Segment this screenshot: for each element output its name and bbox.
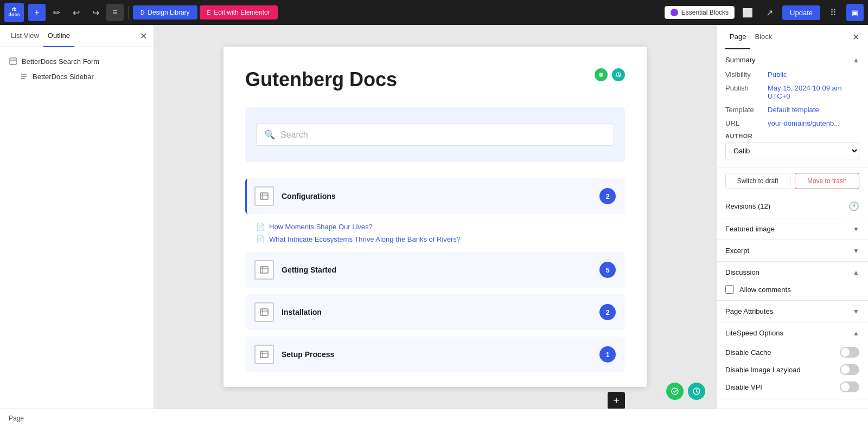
outline-item-label: BetterDocs Search Form [22, 57, 99, 66]
settings-button[interactable]: ⠿ [825, 4, 842, 21]
tab-list-view[interactable]: List View [7, 25, 43, 47]
summary-content: Visibility Public Publish May 15, 2024 1… [717, 70, 868, 167]
doc-icon-1: 📄 [256, 235, 265, 243]
page-attributes-row[interactable]: Page Attributes ▼ [717, 301, 868, 322]
sub-doc-item-1[interactable]: 📄 What Intricate Ecosystems Thrive Along… [256, 233, 625, 245]
disable-cache-toggle[interactable] [840, 347, 859, 358]
sidebar-toggle-button[interactable]: ▣ [846, 4, 864, 21]
visibility-label: Visibility [725, 70, 763, 79]
category-name-setup-process: Setup Process [282, 350, 334, 359]
right-panel-close-button[interactable]: ✕ [852, 32, 859, 42]
design-library-icon: D [141, 10, 144, 16]
floating-icon-teal[interactable] [688, 383, 705, 400]
move-trash-label: Move to trash [807, 177, 847, 185]
featured-image-label: Featured image [725, 225, 775, 233]
edit-elementor-label: Edit with Elementor [214, 9, 270, 16]
sidebar-icon: ▣ [852, 9, 858, 17]
essential-blocks-button[interactable]: Essential Blocks [665, 6, 735, 19]
allow-comments-label: Allow comments [739, 286, 791, 294]
bottom-bar-label: Page [9, 415, 24, 422]
disable-cache-label: Disable Cache [725, 348, 771, 357]
litespeed-header[interactable]: LiteSpeed Options ▲ [717, 322, 868, 344]
visibility-row: Visibility Public [725, 70, 859, 79]
undo-button[interactable]: ↩ [67, 4, 85, 21]
url-row: URL your-domains/gutenb... [725, 119, 859, 127]
plus-icon: + [34, 8, 39, 17]
add-block-button[interactable]: + [28, 4, 46, 21]
move-to-trash-button[interactable]: Move to trash [795, 173, 860, 189]
right-panel-header: Page Block ✕ [717, 25, 868, 49]
excerpt-row[interactable]: Excerpt ▼ [717, 240, 868, 262]
publish-value[interactable]: May 15, 2024 10:09 am UTC+0 [768, 84, 859, 100]
update-label: Update [790, 9, 813, 17]
view-mode-button[interactable]: ⬜ [739, 4, 756, 21]
left-panel-content: BetterDocs Search Form BetterDocs Sideba… [0, 47, 154, 409]
revisions-row[interactable]: Revisions (12) 🕐 [717, 195, 868, 218]
discussion-header[interactable]: Discussion ▲ [717, 262, 868, 283]
redo-button[interactable]: ↪ [87, 4, 104, 21]
dots-icon: ⠿ [830, 8, 837, 18]
floating-icons [666, 383, 705, 400]
preview-button[interactable]: ↗ [761, 4, 778, 21]
search-input-wrap[interactable]: 🔍 Search [256, 124, 614, 146]
category-item-getting-started[interactable]: Getting Started 5 [245, 252, 625, 288]
sub-doc-item-0[interactable]: 📄 How Moments Shape Our Lives? [256, 221, 625, 233]
summary-section-header[interactable]: Summary ▲ [717, 49, 868, 70]
update-button[interactable]: Update [782, 5, 820, 20]
allow-comments-checkbox[interactable] [725, 285, 734, 294]
redo-icon: ↪ [92, 8, 99, 18]
logo: rbdocs [4, 3, 24, 22]
svg-rect-16 [260, 351, 268, 358]
summary-label: Summary [725, 56, 756, 64]
featured-image-row[interactable]: Featured image ▼ [717, 218, 868, 240]
edit-button[interactable]: ✏ [48, 4, 65, 21]
tab-block[interactable]: Block [750, 25, 776, 49]
left-panel-close-button[interactable]: ✕ [140, 31, 147, 41]
disable-vpi-toggle[interactable] [840, 381, 859, 392]
add-content-button[interactable]: + [608, 392, 625, 409]
status-icon-green [595, 68, 608, 81]
disable-image-lazyload-toggle[interactable] [840, 364, 859, 375]
design-library-label: Design Library [148, 9, 189, 16]
litespeed-section: LiteSpeed Options ▲ Disable Cache Disabl… [717, 322, 868, 399]
visibility-value[interactable]: Public [768, 70, 787, 79]
svg-rect-10 [260, 267, 268, 273]
category-item-installation[interactable]: Installation 2 [245, 294, 625, 330]
category-name-getting-started: Getting Started [282, 266, 336, 274]
category-item-configurations[interactable]: Configurations 2 [245, 178, 625, 214]
tab-outline[interactable]: Outline [43, 25, 74, 47]
category-icon [254, 302, 274, 322]
block-tools-button[interactable]: ≡ [106, 4, 124, 21]
sub-doc-label-0: How Moments Shape Our Lives? [269, 223, 373, 231]
chevron-up-icon-litespeed: ▲ [853, 329, 859, 337]
list-icon [20, 72, 28, 81]
outline-item-label: BetterDocs Sidebar [33, 73, 94, 81]
url-value[interactable]: your-domains/gutenb... [768, 119, 840, 127]
elementor-icon: E [207, 10, 211, 16]
disable-cache-row: Disable Cache [717, 344, 868, 361]
search-placeholder: Search [280, 130, 308, 140]
template-value[interactable]: Default template [768, 106, 819, 114]
author-label: AUTHOR [725, 133, 859, 139]
chevron-up-icon-discussion: ▲ [853, 269, 859, 276]
category-badge-getting-started: 5 [599, 262, 616, 278]
left-panel: List View Outline ✕ BetterDocs Search Fo… [0, 25, 154, 409]
summary-section: Summary ▲ Visibility Public Publish May … [717, 49, 868, 167]
outline-item-search[interactable]: BetterDocs Search Form [7, 54, 147, 69]
switch-draft-label: Switch to draft [737, 177, 778, 185]
template-label: Template [725, 106, 763, 114]
chevron-down-icon-excerpt: ▼ [853, 247, 859, 255]
svg-rect-7 [260, 193, 268, 199]
right-panel: Page Block ✕ Summary ▲ Visibility Public… [716, 25, 868, 409]
category-item-setup-process[interactable]: Setup Process 1 [245, 337, 625, 372]
page-canvas: Gutenberg Docs 🔍 Search [224, 47, 647, 387]
author-select[interactable]: Galib [725, 143, 859, 159]
floating-icon-green[interactable] [666, 383, 684, 400]
edit-elementor-button[interactable]: E Edit with Elementor [200, 5, 278, 20]
tab-page[interactable]: Page [725, 25, 750, 49]
outline-item-sidebar[interactable]: BetterDocs Sidebar [17, 69, 147, 84]
switch-to-draft-button[interactable]: Switch to draft [725, 173, 790, 189]
category-name-configurations: Configurations [282, 192, 336, 200]
design-library-button[interactable]: D Design Library [133, 5, 197, 20]
eb-dot-icon [671, 9, 678, 16]
